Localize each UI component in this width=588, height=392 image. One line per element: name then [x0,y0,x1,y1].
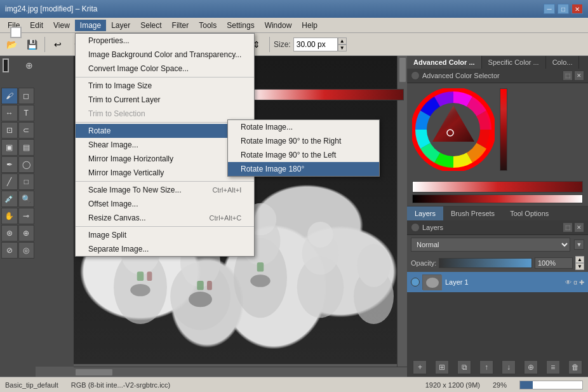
text-tool[interactable]: T [18,105,35,121]
zoom-tool[interactable]: 🔍 [18,191,35,207]
color-panel-close-btn[interactable]: ✕ [574,71,584,81]
menu-help[interactable]: Help [297,20,323,31]
blend-options-btn[interactable]: ▼ [574,240,584,250]
merge-btn[interactable]: ⊕ [524,360,538,374]
svg-point-13 [357,244,391,287]
copy-layer-btn[interactable]: ⧉ [457,360,471,374]
menu-image[interactable]: Image [75,20,106,31]
hue-slider[interactable] [500,88,507,171]
color-panel-float-btn[interactable]: ⬚ [563,71,573,81]
size-spin-down[interactable]: ▼ [338,44,347,51]
rotate-180[interactable]: Rotate Image 180° [228,162,379,176]
tab-tool-options[interactable]: Tool Options [502,206,556,220]
toolbar-undo-btn[interactable]: ↩ [49,36,67,53]
tab-advanced-color[interactable]: Advanced Color ... [407,56,482,69]
layer-item-1[interactable]: Layer 1 👁 α ✚ [407,272,588,293]
rotate-90-left[interactable]: Rotate Image 90° to the Left [228,148,379,162]
gradient-tool[interactable]: ▤ [18,139,35,156]
color-wheel[interactable] [412,88,495,171]
color-strip-1[interactable] [412,181,583,193]
transform-tool[interactable]: ↔ [1,105,18,121]
color-strip-2[interactable] [412,194,583,203]
menu-window[interactable]: Window [260,20,297,31]
menu-trim-layer[interactable]: Trim to Current Layer [76,93,254,107]
shape-tool[interactable]: ◯ [18,156,35,173]
menu-filter[interactable]: Filter [167,20,194,31]
menu-separate[interactable]: Separate Image... [76,242,254,256]
group-layer-btn[interactable]: ⊞ [435,360,449,374]
foreground-color[interactable] [3,58,9,72]
menu-resize-canvas[interactable]: Resize Canvas... Ctrl+Alt+C [76,211,254,225]
flatten-btn[interactable]: ≡ [546,360,560,374]
menu-settings[interactable]: Settings [222,20,259,31]
pan-tool[interactable]: ✋ [1,208,18,224]
v-scroll-thumb[interactable] [399,57,406,83]
color-lock-icon[interactable] [411,71,420,80]
menu-scale[interactable]: Scale Image To New Size... Ctrl+Alt+I [76,183,254,197]
blur-tool[interactable]: ◎ [18,242,35,259]
rotate-image-custom[interactable]: Rotate Image... [228,120,379,134]
menu-image-split[interactable]: Image Split [76,228,254,242]
selected-color-strip[interactable] [245,89,404,100]
warp-tool[interactable]: ⊛ [1,225,18,241]
tab-brush-presets[interactable]: Brush Presets [443,206,502,220]
layers-float-btn[interactable]: ⬚ [563,222,573,233]
menu-select[interactable]: Select [135,20,166,31]
eraser-tool[interactable]: ◻ [18,88,35,104]
minimize-button[interactable]: ─ [544,4,555,14]
opacity-slider[interactable] [439,258,532,268]
maximize-button[interactable]: □ [558,4,569,14]
rotate-90-right[interactable]: Rotate Image 90° to the Right [228,134,379,148]
paint-brush-tool[interactable]: 🖌 [1,88,18,104]
lasso-tool[interactable]: ⊂ [18,122,35,139]
layer-lock-icon[interactable]: ✚ [579,279,584,286]
pen-tool[interactable]: ✒ [1,156,18,173]
clone-tool[interactable]: ⊕ [18,225,35,241]
size-input[interactable] [293,37,338,51]
fill-tool[interactable]: ▣ [1,139,18,156]
layer-alpha-icon[interactable]: α [573,279,577,286]
blend-mode-select[interactable]: Normal [411,238,570,252]
eyedropper-tool[interactable]: 💉 [1,191,18,207]
h-scroll-thumb[interactable] [75,368,113,376]
move-up-btn[interactable]: ↑ [479,360,493,374]
tab-layers[interactable]: Layers [407,206,443,220]
opacity-value[interactable] [535,257,573,269]
move-down-btn[interactable]: ↓ [502,360,516,374]
menu-trim-image[interactable]: Trim to Image Size [76,79,254,93]
menu-convert-color[interactable]: Convert Image Color Space... [76,62,254,76]
menu-view[interactable]: View [48,20,75,31]
vertical-scrollbar[interactable] [397,56,407,367]
window-controls: ─ □ ✕ [544,4,583,14]
line-tool[interactable]: ╱ [1,173,18,190]
menu-properties[interactable]: Properties... [76,34,254,48]
close-button[interactable]: ✕ [571,4,583,14]
delete-layer-btn[interactable]: 🗑 [568,360,582,374]
rect-tool[interactable]: □ [18,173,35,190]
menu-tools[interactable]: Tools [194,20,222,31]
selection-tool[interactable]: ⊡ [1,122,18,139]
toolbar-save-btn[interactable]: 💾 [23,36,41,53]
menu-shear-label: Shear Image... [88,140,138,149]
opacity-spin-up[interactable]: ▲ [575,256,584,263]
background-color[interactable] [10,27,22,38]
layer-visibility-icon[interactable] [411,278,420,287]
tab-specific-color[interactable]: Specific Color ... [482,56,546,69]
menu-image-bg[interactable]: Image Background Color and Transparency.… [76,48,254,62]
smart-patch-tool[interactable]: ⊘ [1,242,18,259]
menu-edit[interactable]: Edit [25,20,48,31]
menu-offset[interactable]: Offset Image... [76,197,254,211]
zoom-slider[interactable] [519,381,583,389]
layers-lock-icon[interactable] [411,223,420,232]
add-layer-btn[interactable]: + [413,360,427,374]
layer-visible-icon[interactable]: 👁 [565,279,571,286]
horizontal-scrollbar[interactable] [74,367,407,377]
opacity-spin-down[interactable]: ▼ [575,263,584,270]
zoom-slider-thumb[interactable] [520,381,533,389]
measure-tool[interactable]: ⊸ [18,208,35,224]
layers-close-btn[interactable]: ✕ [574,222,584,233]
reset-colors-icon[interactable]: ⊕ [25,60,33,71]
menu-layer[interactable]: Layer [106,20,135,31]
tab-color-3[interactable]: Colo... [546,56,580,69]
size-spin-up[interactable]: ▲ [338,37,347,44]
